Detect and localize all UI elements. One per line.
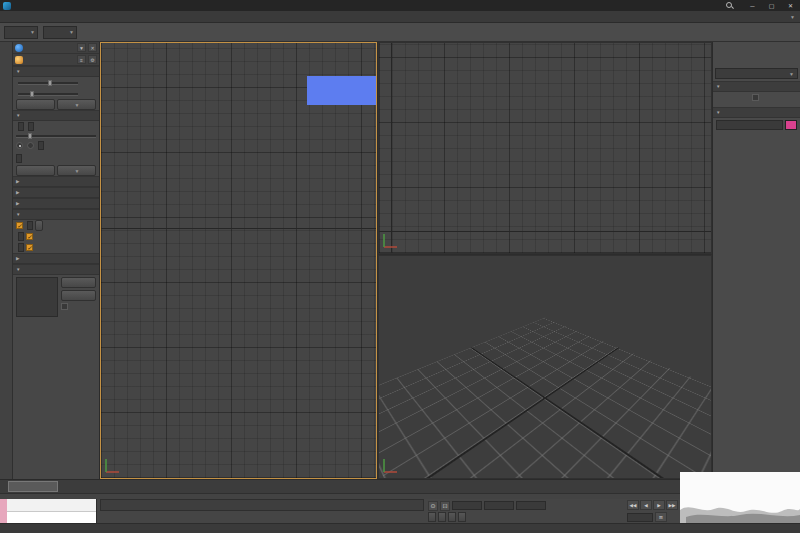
plugin-close-icon[interactable]: ✕ xyxy=(88,43,97,52)
gamma-in-field[interactable] xyxy=(18,232,24,241)
object-color-swatch[interactable] xyxy=(785,120,797,130)
auto-key-button[interactable] xyxy=(428,512,436,522)
go-to-start-icon[interactable]: ◀◀ xyxy=(627,500,639,510)
axis-tripod-icon xyxy=(382,457,400,475)
coord-y-field[interactable] xyxy=(484,501,514,510)
axis-tripod-icon xyxy=(382,232,400,250)
menubar: ▼ xyxy=(0,11,800,23)
rollout-override-material[interactable]: ▼ xyxy=(13,264,99,275)
plugin-header-2: ≡ ⚙ xyxy=(13,54,99,66)
macro-recorder-strip[interactable] xyxy=(0,499,7,523)
submit-param-button[interactable] xyxy=(16,165,55,176)
plane-object[interactable] xyxy=(307,76,376,105)
axis-tripod-icon xyxy=(104,457,122,475)
maxscript-mini-listener[interactable] xyxy=(0,499,97,523)
reference-coordinate-dropdown[interactable]: ▼ xyxy=(43,26,77,39)
plugin-menu-icon[interactable]: ≡ xyxy=(77,55,86,64)
quality-slider[interactable] xyxy=(18,91,78,97)
maximize-button[interactable]: ▢ xyxy=(765,2,778,9)
chevron-down-icon: ▼ xyxy=(75,168,80,174)
render-plugin-panel: ▼ ✕ ≡ ⚙ ▼ ▼ ▼ xyxy=(13,42,100,479)
autogrid-checkbox[interactable] xyxy=(752,94,761,101)
scale-slider[interactable] xyxy=(18,80,78,86)
viewport-top[interactable] xyxy=(100,42,377,479)
output-path-field[interactable] xyxy=(16,154,22,163)
isolate-selection-icon[interactable]: ⊙ xyxy=(428,501,438,511)
exclude-button[interactable] xyxy=(61,277,96,288)
rollout-render-ops[interactable]: ▶ xyxy=(13,187,99,198)
selection-lock-icon[interactable]: ⊡ xyxy=(440,501,450,511)
status-hint xyxy=(100,511,424,522)
lwf-button[interactable] xyxy=(35,220,43,231)
status-prompt xyxy=(100,499,424,511)
rollout-submit-render[interactable]: ▼ xyxy=(13,110,99,121)
chevron-down-icon: ▼ xyxy=(790,14,795,20)
viewport-area xyxy=(100,42,712,479)
command-panel: ▼ ▼ ▼ xyxy=(712,42,800,479)
viewport-perspective[interactable] xyxy=(378,255,712,479)
rollout-object-type[interactable]: ▼ xyxy=(713,81,800,92)
object-name-input[interactable] xyxy=(716,120,783,130)
affect-material-editor-checkbox[interactable] xyxy=(26,244,35,251)
category-dropdown[interactable]: ▼ xyxy=(715,68,798,79)
time-slider[interactable] xyxy=(8,481,58,492)
rollout-name-color[interactable]: ▼ xyxy=(713,107,800,118)
command-panel-tabs xyxy=(713,42,800,54)
override-material-slot[interactable] xyxy=(16,277,58,317)
selection-filter-dropdown[interactable]: ▼ xyxy=(4,26,38,39)
timeline-ruler[interactable] xyxy=(64,480,662,494)
world-axis-line xyxy=(101,228,376,229)
key-filters-button[interactable] xyxy=(458,512,466,522)
plugin-collapse-icon[interactable]: ▼ xyxy=(77,43,86,52)
perspective-grid xyxy=(379,256,711,478)
sequential-frames-radio[interactable] xyxy=(16,142,23,149)
watermark-graphic xyxy=(680,472,800,523)
chevron-down-icon: ▼ xyxy=(16,69,20,74)
chevron-right-icon: ▶ xyxy=(16,256,19,261)
test-param-button[interactable] xyxy=(16,99,55,110)
rollout-test-render[interactable]: ▼ xyxy=(13,66,99,77)
minimize-button[interactable]: ─ xyxy=(746,3,759,9)
test-render-button[interactable]: ▼ xyxy=(57,99,96,110)
set-button[interactable] xyxy=(61,290,96,301)
enable-override-checkbox[interactable] xyxy=(61,303,96,310)
coord-x-field[interactable] xyxy=(452,501,482,510)
chevron-down-icon: ▼ xyxy=(75,102,80,108)
world-axis-line xyxy=(391,43,392,253)
rollout-batch-render[interactable]: ▶ xyxy=(13,176,99,187)
gamma-out-field[interactable] xyxy=(18,243,24,252)
chevron-right-icon: ▶ xyxy=(16,190,19,195)
plugin-header: ▼ ✕ xyxy=(13,42,99,54)
affect-color-selector-checkbox[interactable] xyxy=(26,233,35,240)
plugin-settings-icon[interactable]: ⚙ xyxy=(88,55,97,64)
submit-render-button[interactable]: ▼ xyxy=(57,165,96,176)
random-frames-radio[interactable] xyxy=(27,142,34,149)
close-button[interactable]: ✕ xyxy=(784,2,797,9)
gamma-value-field[interactable] xyxy=(27,221,33,230)
go-to-end-icon[interactable]: ▶▶ xyxy=(666,500,678,510)
play-icon[interactable]: ▶ xyxy=(653,500,665,510)
search-icon[interactable] xyxy=(725,1,734,10)
rollout-render-settings[interactable]: ▶ xyxy=(13,253,99,264)
listener-row[interactable] xyxy=(7,499,96,512)
enable-gamma-checkbox[interactable] xyxy=(16,222,25,229)
current-frame-field[interactable] xyxy=(627,513,653,522)
height-field[interactable] xyxy=(28,122,34,131)
submit-scale-slider[interactable] xyxy=(16,133,96,139)
set-key-button[interactable] xyxy=(448,512,456,522)
listener-row[interactable] xyxy=(7,512,96,524)
3ds-max-window: ─ ▢ ✕ ▼ ▼ ▼ xyxy=(0,0,800,533)
world-axis-line xyxy=(379,231,711,232)
main-toolbar: ▼ ▼ xyxy=(0,23,800,42)
frame-count-field[interactable] xyxy=(38,141,44,150)
rollout-gamma[interactable]: ▼ xyxy=(13,209,99,220)
rollout-render-preset[interactable]: ▶ xyxy=(13,198,99,209)
time-configuration-icon[interactable]: ⊞ xyxy=(655,512,667,522)
selection-set-dropdown[interactable] xyxy=(438,512,446,522)
watermark-overlay xyxy=(680,472,800,523)
coord-z-field[interactable] xyxy=(516,501,546,510)
workspace-selector[interactable]: ▼ xyxy=(788,14,795,20)
width-field[interactable] xyxy=(18,122,24,131)
previous-frame-icon[interactable]: ◀ xyxy=(640,500,652,510)
viewport-front[interactable] xyxy=(378,42,712,254)
